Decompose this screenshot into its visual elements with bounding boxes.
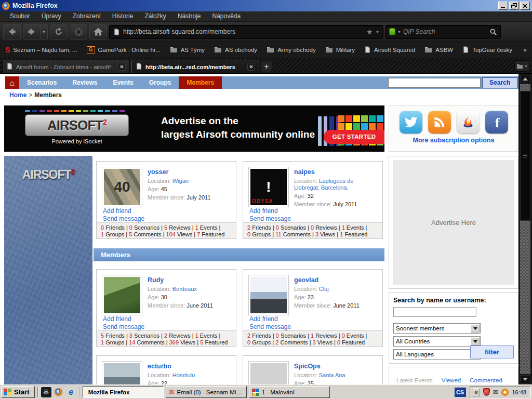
bookmark-star-icon[interactable]: ★ — [366, 29, 373, 35]
scroll-up-button[interactable] — [520, 75, 530, 83]
start-button[interactable]: Start — [1, 386, 35, 398]
member-name-link[interactable]: ecturbo — [148, 363, 171, 370]
more-subscriptions-link[interactable]: More subscription options — [389, 137, 518, 144]
magnifier-icon[interactable] — [489, 28, 497, 36]
qip-search-engine-icon[interactable] — [389, 28, 395, 35]
menu-historie[interactable]: Historie — [107, 11, 139, 21]
menu-soubor[interactable]: Soubor — [4, 11, 36, 21]
stop-button[interactable] — [70, 24, 87, 39]
bookmark-item[interactable]: SSeznam – Najdu tam, ... — [5, 46, 77, 54]
member-location-link[interactable]: Honolulu — [172, 372, 195, 378]
ie-icon[interactable]: e — [66, 387, 76, 397]
rss-icon[interactable] — [428, 111, 451, 134]
scrollbar-thumb[interactable] — [520, 91, 530, 221]
filter-button[interactable]: filter — [470, 345, 514, 358]
menu-zobrazení[interactable]: Zobrazení — [67, 11, 107, 21]
site-nav-members[interactable]: Members — [179, 76, 222, 89]
dropdown-soonest-members[interactable]: Soonest members — [393, 323, 481, 334]
bookmark-item[interactable]: Airsoft Squared — [364, 46, 415, 54]
username-search-input[interactable] — [393, 307, 476, 317]
bookmark-item[interactable]: Military — [325, 46, 355, 54]
forward-dropdown-button[interactable]: ▼ — [41, 24, 48, 39]
events-tab-commented[interactable]: Commented — [470, 377, 502, 383]
forward-button[interactable] — [23, 24, 41, 39]
member-location-link[interactable]: Cluj — [319, 286, 329, 292]
add-friend-link[interactable]: Add friend — [249, 315, 278, 323]
dropdown-arrow-button[interactable] — [471, 337, 480, 345]
member-name-link[interactable]: yosser — [148, 168, 168, 176]
firefox-icon[interactable] — [54, 387, 64, 397]
minimize-button[interactable] — [498, 2, 508, 10]
tab-active[interactable]: http://beta.air...red.com/members✕ — [131, 60, 259, 73]
site-nav-reviews[interactable]: Reviews — [64, 76, 105, 89]
site-home-button[interactable]: ⌂ — [5, 76, 19, 89]
bookmark-item[interactable]: AS Týmy — [170, 46, 205, 54]
mail-icon[interactable]: ✉ — [493, 388, 499, 396]
home-button[interactable] — [89, 24, 107, 39]
twitter-icon[interactable] — [400, 111, 422, 134]
task-button[interactable]: ✉Email (0) - Seznam MiniBr... — [166, 386, 247, 398]
breadcrumb-home-link[interactable]: Home — [9, 91, 26, 99]
member-name-link[interactable]: geovlad — [294, 276, 318, 284]
qip-icon[interactable] — [501, 389, 509, 396]
bookmark-item[interactable]: TopGear česky — [462, 46, 512, 54]
restore-button[interactable] — [509, 2, 519, 10]
site-nav-groups[interactable]: Groups — [141, 76, 179, 89]
reload-button[interactable] — [50, 24, 68, 39]
scroll-down-button[interactable] — [520, 375, 530, 383]
task-button[interactable]: 1 - Malování — [249, 386, 330, 398]
bookmark-item[interactable]: Army obchody — [267, 46, 316, 54]
language-indicator[interactable]: CS — [455, 388, 466, 397]
dropdown-all-languages[interactable]: All Languages — [393, 349, 481, 360]
security-shield-icon[interactable] — [483, 388, 490, 396]
menu-nápověda[interactable]: Nápověda — [206, 11, 246, 21]
bookmark-item[interactable]: ASBW — [424, 46, 453, 54]
bookmarks-overflow-button[interactable]: » — [523, 46, 527, 54]
send-message-link[interactable]: Send message — [103, 323, 144, 330]
menu-nástroje[interactable]: Nástroje — [172, 11, 207, 21]
site-nav-scenarios[interactable]: Scenarios — [19, 76, 64, 89]
list-all-tabs-button[interactable]: ▼ — [514, 60, 530, 72]
member-name-link[interactable]: SpicOps — [294, 363, 321, 370]
new-tab-button[interactable]: + — [261, 61, 272, 72]
dropdown-arrow-button[interactable] — [471, 324, 480, 332]
events-tab-latest-events[interactable]: Latest Events — [396, 377, 433, 383]
add-friend-link[interactable]: Add friend — [103, 315, 131, 323]
bookmark-item[interactable]: AS obchody — [214, 46, 257, 54]
tray-chevron-button[interactable]: « — [473, 388, 480, 396]
member-location-link[interactable]: Bordeaux — [172, 286, 197, 292]
skull-icon[interactable]: ☠ — [41, 387, 51, 397]
tab-close-button[interactable]: ✕ — [247, 63, 255, 71]
site-search-button[interactable]: Search — [482, 77, 517, 88]
url-dropdown-icon[interactable]: ▼ — [376, 30, 379, 34]
search-engine-dropdown-icon[interactable]: ▼ — [397, 30, 401, 34]
site-nav-events[interactable]: Events — [105, 76, 141, 89]
browser-search-input[interactable] — [403, 28, 487, 35]
member-location-link[interactable]: Santa Ana — [319, 372, 345, 378]
url-input[interactable] — [123, 28, 363, 35]
events-tab-viewed[interactable]: Viewed — [442, 377, 461, 383]
member-name-link[interactable]: naipes — [294, 168, 315, 176]
tab[interactable]: Airsoft forum - Zobrazit téma - airsoft²… — [2, 60, 130, 73]
close-button[interactable] — [520, 2, 530, 10]
send-message-link[interactable]: Send message — [103, 215, 144, 222]
task-button[interactable]: Mozilla Firefox — [83, 386, 164, 398]
menu-záložky[interactable]: Záložky — [139, 11, 171, 21]
send-message-link[interactable]: Send message — [249, 323, 291, 330]
firefox-icon — [2, 2, 10, 10]
member-name-link[interactable]: Rudy — [148, 276, 164, 284]
tab-close-button[interactable]: ✕ — [118, 63, 126, 71]
get-started-button[interactable]: GET STARTED — [324, 130, 384, 144]
bookmark-item[interactable]: GGamePark : Online hr... — [87, 46, 161, 54]
back-button[interactable] — [3, 24, 21, 39]
dropdown-all-countries[interactable]: All Countries — [393, 336, 481, 347]
add-friend-link[interactable]: Add friend — [103, 207, 131, 215]
member-location-link[interactable]: Wigan — [172, 178, 189, 184]
site-search-input[interactable] — [388, 78, 481, 88]
send-message-link[interactable]: Send message — [249, 215, 291, 222]
menu-úpravy[interactable]: Úpravy — [36, 11, 67, 21]
add-friend-link[interactable]: Add friend — [249, 207, 278, 215]
feedburner-icon[interactable] — [457, 111, 480, 134]
advertise-here-box[interactable]: Advertise Here — [389, 156, 518, 289]
facebook-icon[interactable]: f — [485, 111, 508, 134]
